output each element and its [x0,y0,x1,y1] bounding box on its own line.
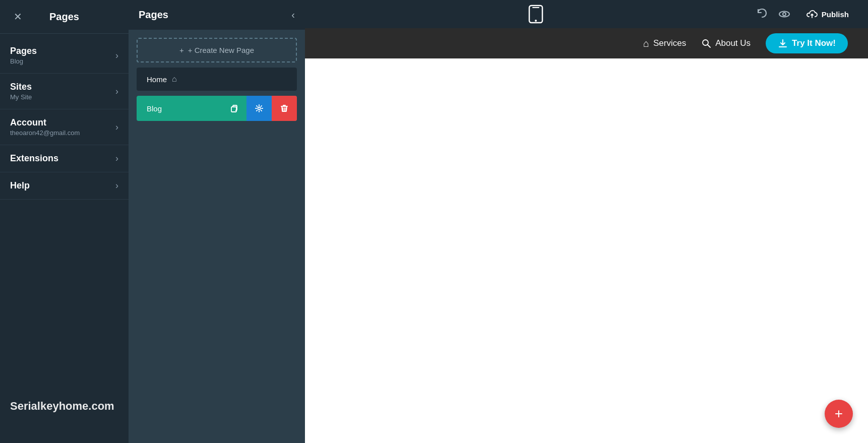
sidebar-title: Pages [49,11,79,23]
pages-panel-content: + + Create New Page Home ⌂ Blog [129,30,305,129]
sidebar-item-pages[interactable]: Pages Blog › [0,38,129,74]
svg-point-6 [783,13,786,16]
svg-rect-0 [231,107,236,112]
undo-icon [755,7,769,21]
page-item-blog[interactable]: Blog [137,96,297,121]
blog-duplicate-button[interactable] [221,96,246,121]
sidebar-item-sites-sublabel: My Site [10,93,32,101]
fab-add-button[interactable]: + [825,400,853,428]
main-area: Publish ⌂ Services About Us Try It Now! [305,0,868,443]
pages-panel-close-button[interactable]: ‹ [291,9,295,21]
sidebar-item-sites-label: Sites [10,82,32,92]
sidebar-item-account-chevron: › [115,122,118,133]
nav-services-label: Services [653,38,686,48]
preview-button[interactable] [777,7,791,21]
svg-point-8 [703,40,708,45]
create-new-page-label: + Create New Page [188,46,254,54]
sidebar-item-pages-sublabel: Blog [10,57,37,65]
sidebar-item-pages-label: Pages [10,46,37,56]
page-blog-label: Blog [137,97,221,120]
undo-button[interactable] [755,7,769,21]
nav-item-about-us[interactable]: About Us [701,38,751,48]
svg-point-1 [258,107,261,110]
try-it-now-label: Try It Now! [792,38,836,48]
sidebar-item-help-label: Help [10,180,30,191]
sidebar-item-help[interactable]: Help › [0,172,129,200]
sidebar-item-pages-chevron: › [115,50,118,61]
blog-settings-button[interactable] [246,96,272,121]
blog-delete-button[interactable] [272,96,297,121]
gear-icon [254,103,264,113]
pages-panel-header: Pages ‹ [129,0,305,30]
sidebar-item-help-chevron: › [115,180,118,191]
sidebar-item-extensions-label: Extensions [10,153,58,164]
page-item-home[interactable]: Home ⌂ [137,68,297,91]
nav-item-services[interactable]: ⌂ Services [643,38,686,49]
download-icon [778,38,788,48]
sidebar-item-account[interactable]: Account theoaron42@gmail.com › [0,109,129,145]
pages-panel-title: Pages [139,9,168,21]
sidebar-item-account-label: Account [10,117,80,128]
site-nav-bar: ⌂ Services About Us Try It Now! [305,28,868,58]
home-nav-icon: ⌂ [643,38,649,49]
trash-icon [279,103,289,113]
page-home-label: Home [147,75,167,84]
sidebar-nav: Pages Blog › Sites My Site › Account the… [0,34,129,204]
sidebar-item-sites[interactable]: Sites My Site › [0,74,129,109]
create-new-page-button[interactable]: + + Create New Page [137,38,297,62]
sidebar-watermark: Serialkeyhome.com [10,400,114,413]
sidebar-item-extensions[interactable]: Extensions › [0,145,129,172]
mobile-preview-button[interactable] [528,5,544,24]
publish-label: Publish [822,10,849,19]
sidebar: ✕ Pages Pages Blog › Sites My Site › Acc… [0,0,129,443]
cloud-upload-icon [807,9,818,20]
home-icon: ⌂ [172,75,177,84]
pages-panel: Pages ‹ + + Create New Page Home ⌂ Blog [129,0,305,443]
plus-icon: + [179,46,184,54]
search-nav-icon [701,38,711,48]
nav-about-us-label: About Us [715,38,751,48]
svg-point-3 [535,20,537,22]
main-toolbar: Publish [305,0,868,28]
try-it-now-button[interactable]: Try It Now! [766,33,848,53]
toolbar-right: Publish [755,6,856,23]
sidebar-close-button[interactable]: ✕ [10,9,25,24]
sidebar-header: ✕ Pages [0,0,129,34]
sidebar-item-extensions-chevron: › [115,153,118,164]
copy-icon [229,103,239,113]
svg-line-9 [708,45,710,47]
fab-icon: + [835,406,843,422]
site-canvas [305,58,868,443]
toolbar-center [528,5,544,24]
sidebar-item-sites-chevron: › [115,86,118,97]
eye-icon [777,7,791,21]
publish-button[interactable]: Publish [799,6,856,23]
mobile-icon [528,5,544,24]
sidebar-item-account-sublabel: theoaron42@gmail.com [10,129,80,137]
blog-page-actions [221,96,297,121]
